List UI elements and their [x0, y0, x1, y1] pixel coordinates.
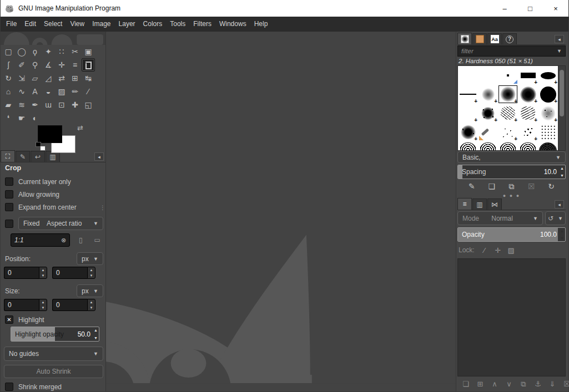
default-colors-icon[interactable]: [36, 142, 46, 151]
lock-position-button[interactable]: ✛: [491, 245, 505, 256]
tool-handle-transform[interactable]: ↹: [82, 72, 95, 85]
brush-texture-brush[interactable]: [478, 141, 498, 150]
brush-pixel-brush[interactable]: [498, 66, 518, 85]
size-unit-dropdown[interactable]: px ▼: [77, 284, 103, 297]
tool-smudge[interactable]: ☛: [15, 111, 28, 125]
mode-switch-button[interactable]: ↺ ▼: [545, 211, 566, 225]
brush-grid-dots-brush[interactable]: [538, 123, 558, 141]
brush-block-brush[interactable]: +: [518, 66, 538, 85]
collapse-dock-button[interactable]: ◂: [94, 152, 104, 161]
position-unit-dropdown[interactable]: px ▼: [77, 252, 103, 265]
highlight-opacity-slider[interactable]: Highlight opacity 50.0 ▲▼: [11, 327, 99, 342]
current-layer-only-checkbox[interactable]: [5, 177, 13, 186]
tab-tool-options[interactable]: ⛶: [1, 150, 15, 162]
tab-paths[interactable]: ⋈: [487, 198, 502, 210]
tool-fuzzy-select[interactable]: ✦: [42, 45, 55, 58]
dock-splitter[interactable]: ● ● ●: [457, 194, 566, 197]
brush-star-brush[interactable]: +: [458, 104, 478, 123]
brush-dense-splat-brush[interactable]: +: [458, 123, 478, 141]
menu-windows[interactable]: Windows: [215, 17, 250, 31]
guides-dropdown[interactable]: No guides ▼: [4, 347, 103, 361]
tool-scissors-select[interactable]: ✂: [68, 45, 82, 58]
brush-texture-brush[interactable]: [498, 141, 518, 150]
tool-text[interactable]: A: [28, 85, 42, 98]
collapse-dock-button[interactable]: ◂: [555, 200, 564, 208]
spinner-arrows[interactable]: ▲▼: [39, 299, 47, 311]
menu-colors[interactable]: Colors: [139, 17, 167, 31]
brush-line-brush[interactable]: +: [458, 85, 478, 104]
merge-down-button[interactable]: ⇓: [545, 378, 560, 390]
position-x-spinner[interactable]: 0 ▲▼: [4, 267, 47, 279]
tool-clone[interactable]: ⊡: [55, 98, 68, 111]
tool-blur-sharpen[interactable]: ❛: [2, 111, 15, 125]
swap-colors-icon[interactable]: ⇄: [77, 124, 83, 132]
tool-perspective[interactable]: ◿: [42, 72, 55, 85]
tool-perspective-clone[interactable]: ◱: [82, 98, 95, 111]
tool-move[interactable]: ✛: [55, 58, 68, 72]
aspect-ratio-input[interactable]: 1:1 ⊗: [11, 233, 70, 247]
brush-dash-brush[interactable]: [478, 123, 498, 141]
tab-layers[interactable]: ≡: [457, 198, 472, 210]
anchor-layer-button[interactable]: ⚓: [531, 378, 545, 390]
new-layer-button[interactable]: ❏: [459, 378, 473, 390]
spinner-arrows[interactable]: ▲▼: [94, 328, 98, 340]
shrink-merged-checkbox[interactable]: [5, 383, 13, 391]
tool-rotate[interactable]: ↻: [2, 72, 15, 85]
tool-pencil[interactable]: ✏: [68, 85, 82, 98]
tool-bucket-fill[interactable]: ◒: [42, 85, 55, 98]
tool-zoom[interactable]: ⚲: [28, 58, 42, 72]
tool-gradient[interactable]: ▨: [55, 85, 68, 98]
tool-ellipse-select[interactable]: ◯: [15, 45, 28, 58]
tool-shear[interactable]: ▱: [28, 72, 42, 85]
tool-airbrush[interactable]: ≋: [15, 98, 28, 111]
tab-help[interactable]: ?: [502, 33, 517, 44]
fixed-checkbox[interactable]: [5, 220, 13, 228]
size-height-spinner[interactable]: 0 ▲▼: [52, 299, 95, 311]
raise-layer-button[interactable]: ∧: [487, 378, 502, 390]
menu-select[interactable]: Select: [40, 17, 66, 31]
maximize-button[interactable]: □: [517, 0, 543, 17]
tool-scale[interactable]: ⇲: [15, 72, 28, 85]
portrait-button[interactable]: ▯: [74, 235, 87, 246]
edit-brush-button[interactable]: ✎: [465, 180, 479, 192]
menu-image[interactable]: Image: [88, 17, 114, 31]
menu-layer[interactable]: Layer: [115, 17, 139, 31]
fixed-dropdown[interactable]: Fixed Aspect ratio ▼: [18, 217, 103, 230]
tool-rectangle-select[interactable]: ▢: [2, 45, 15, 58]
tab-channels[interactable]: ▥: [472, 198, 487, 210]
brush-hardness-025[interactable]: +: [478, 85, 498, 104]
layer-mode-dropdown[interactable]: Mode Normal ▼: [457, 211, 543, 225]
auto-shrink-button[interactable]: Auto Shrink: [4, 365, 103, 378]
layer-opacity-slider[interactable]: Opacity 100.0 ▲▼: [457, 227, 566, 242]
brush-hardness-100[interactable]: +: [538, 85, 558, 104]
tool-free-select[interactable]: ϙ: [28, 45, 42, 58]
tool-align[interactable]: ≡: [68, 58, 82, 72]
tool-warp-transform[interactable]: ∿: [15, 85, 28, 98]
spinner-arrows[interactable]: ▲▼: [560, 229, 564, 240]
brush-group-dropdown[interactable]: Basic, ▼: [457, 151, 566, 163]
menu-tools[interactable]: Tools: [166, 17, 189, 31]
layer-list[interactable]: [457, 258, 566, 376]
minimize-button[interactable]: –: [492, 0, 517, 17]
landscape-button[interactable]: ▭: [91, 235, 103, 246]
tab-fonts[interactable]: Aa: [487, 33, 502, 44]
highlight-checkbox[interactable]: ✕: [5, 315, 13, 324]
menu-edit[interactable]: Edit: [21, 17, 40, 31]
allow-growing-checkbox[interactable]: [5, 190, 13, 198]
tab-brushes[interactable]: [457, 33, 472, 44]
tool-ink[interactable]: ✒: [28, 98, 42, 111]
brush-smudge-ellipse[interactable]: +: [538, 66, 558, 85]
brush-texture-brush[interactable]: [518, 141, 538, 150]
tool-dodge-burn[interactable]: ◐: [28, 111, 42, 125]
brush-oil-strokes-brush[interactable]: +: [518, 104, 538, 123]
brush-hardness-050[interactable]: +: [498, 85, 518, 104]
tool-foreground-select[interactable]: ▣: [82, 45, 95, 58]
tab-undo-history[interactable]: ↩: [31, 151, 45, 162]
expand-from-center-checkbox[interactable]: [5, 203, 13, 211]
new-brush-button[interactable]: ❏: [485, 180, 499, 192]
spinner-arrows[interactable]: ▲▼: [87, 267, 95, 279]
foreground-color-swatch[interactable]: [38, 125, 62, 143]
spinner-arrows[interactable]: ▲▼: [39, 267, 47, 279]
position-y-spinner[interactable]: 0 ▲▼: [52, 267, 95, 279]
pane-resize-handle[interactable]: ⋮: [100, 206, 105, 210]
